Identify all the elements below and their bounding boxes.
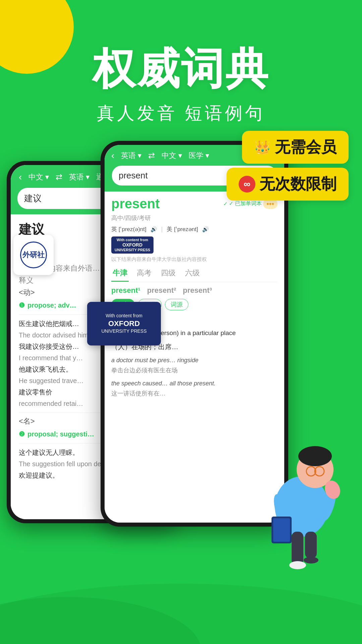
back-arrow-icon[interactable]: ‹ — [19, 172, 22, 182]
sec-lang-from-btn[interactable]: 英语 ▾ — [121, 151, 141, 161]
waiguyan-text: 外研社 — [22, 250, 45, 260]
svg-rect-12 — [273, 518, 290, 542]
meaning2-text: proposal; suggesti… — [27, 428, 94, 440]
present-entry-3[interactable]: present³ — [183, 286, 212, 295]
sec-search-text: present — [119, 170, 148, 181]
pron-us-audio-icon[interactable]: 🔊 — [202, 226, 209, 232]
lang-from-label: 中文 — [28, 172, 43, 182]
lang-to-label: 英语 — [69, 172, 84, 182]
no-limit-badge: ∞ 无次数限制 — [227, 168, 349, 201]
sec-mode-label: 医学 — [189, 151, 203, 161]
tab-cet4[interactable]: 四级 — [160, 265, 177, 282]
added-label: ✓ 已加单词本 — [229, 200, 261, 207]
main-search-text: 建议 — [24, 193, 42, 204]
lang-to-btn[interactable]: 英语 ▾ — [69, 172, 89, 182]
lang-to-chevron: ▾ — [86, 173, 89, 181]
crown-icon: 👑 — [254, 140, 271, 155]
hero-section: 权威词典 真人发音 短语例句 — [0, 40, 362, 125]
tab-cet6[interactable]: 六级 — [184, 265, 201, 282]
sec-lang-from-label: 英语 — [121, 151, 136, 161]
character-illustration — [248, 416, 355, 584]
oxford-with-content: With content from — [117, 238, 148, 242]
svg-point-4 — [298, 446, 332, 466]
oxford-overlay-badge: With content from OXFORD UNIVERSITY PRES… — [87, 302, 161, 345]
oxford-name: OXFORD — [122, 242, 142, 248]
meaning1-text: propose; adv… — [27, 300, 76, 311]
hero-subtitle: 真人发音 短语例句 — [0, 102, 362, 125]
present-entries-row: present¹ present² present³ — [111, 286, 278, 295]
svg-point-15 — [289, 561, 306, 569]
example2-cn: 这一讲话使所有在… — [111, 388, 278, 399]
example1-cn: 拳击台边必须有医生在场 — [111, 365, 278, 376]
sec-lang-to-btn[interactable]: 中文 ▾ — [162, 151, 182, 161]
meaning1-num: ❶ — [19, 300, 25, 311]
example1-en: a doctor must be pres… ringside — [111, 355, 278, 366]
no-member-badge: 👑 无需会员 — [242, 131, 349, 164]
sec-swap-btn[interactable]: ⇄ — [148, 151, 155, 160]
no-member-label: 无需会员 — [275, 137, 337, 158]
sec-lang-to-chevron: ▾ — [178, 151, 182, 160]
hero-title: 权威词典 — [0, 40, 362, 98]
present-entry-2[interactable]: present² — [147, 286, 176, 295]
pronunciation-row: 英 [ˈprez(ə)nt] 🔊 | 美 [ˈprezənt] 🔊 — [111, 225, 278, 233]
no-limit-label: 无次数限制 — [259, 174, 337, 195]
oxford-badge-line3: UNIVERSITY PRESS — [101, 328, 146, 335]
sec-lang-to-label: 中文 — [162, 151, 176, 161]
waiguyan-circle: 外研社 — [20, 241, 47, 268]
lang-from-btn[interactable]: 中文 ▾ — [28, 172, 49, 182]
content-source-note: 以下结果内容来自牛津大学出版社内容授权 — [111, 256, 278, 263]
pron-sep: | — [161, 226, 163, 233]
phone-mockup-area: ‹ 中文 ▾ ⇄ 英语 ▾ 通用 ▾ — [0, 141, 362, 610]
oxford-badge-line2: OXFORD — [108, 319, 140, 328]
sec-mode-chevron: ▾ — [205, 151, 209, 160]
svg-rect-14 — [305, 532, 317, 558]
content-tabs: 牛津 高考 四级 六级 — [111, 265, 278, 282]
present-entry-1[interactable]: present¹ — [111, 286, 140, 295]
oxford-small-badge-row: With content from OXFORD UNIVERSITY PRES… — [111, 236, 278, 254]
infinity-icon: ∞ — [239, 176, 255, 193]
oxford-small-logo: With content from OXFORD UNIVERSITY PRES… — [111, 236, 154, 254]
pron-us: 美 [ˈprezənt] — [167, 225, 198, 233]
tag-ciyuan[interactable]: 词源 — [165, 299, 188, 310]
svg-point-16 — [304, 557, 318, 564]
present-level: 高中/四级/考研 — [111, 214, 278, 222]
bottom-wave-decoration — [0, 577, 362, 644]
oxford-badge-line1: With content from — [106, 313, 142, 319]
pron-uk: 英 [ˈprez(ə)nt] — [111, 225, 146, 233]
example2-en: the speech caused… all those present. — [111, 378, 278, 389]
tab-oxford[interactable]: 牛津 — [111, 265, 129, 282]
sec-mode-btn[interactable]: 医学 ▾ — [189, 151, 209, 161]
present-word-title: present — [111, 196, 160, 211]
swap-btn[interactable]: ⇄ — [56, 172, 62, 182]
pron-uk-audio-icon[interactable]: 🔊 — [150, 226, 157, 232]
meaning2-num: ❷ — [19, 428, 25, 440]
check-icon: ✓ — [223, 201, 228, 207]
lang-from-chevron: ▾ — [45, 173, 49, 181]
sec-back-arrow-icon[interactable]: ‹ — [111, 150, 114, 161]
waiguyan-badge: 外研社 — [13, 235, 54, 275]
oxford-press: UNIVERSITY PRESS — [115, 248, 150, 252]
tab-gaokao[interactable]: 高考 — [135, 265, 153, 282]
sec-lang-from-chevron: ▾ — [138, 151, 141, 160]
svg-rect-13 — [292, 532, 303, 565]
